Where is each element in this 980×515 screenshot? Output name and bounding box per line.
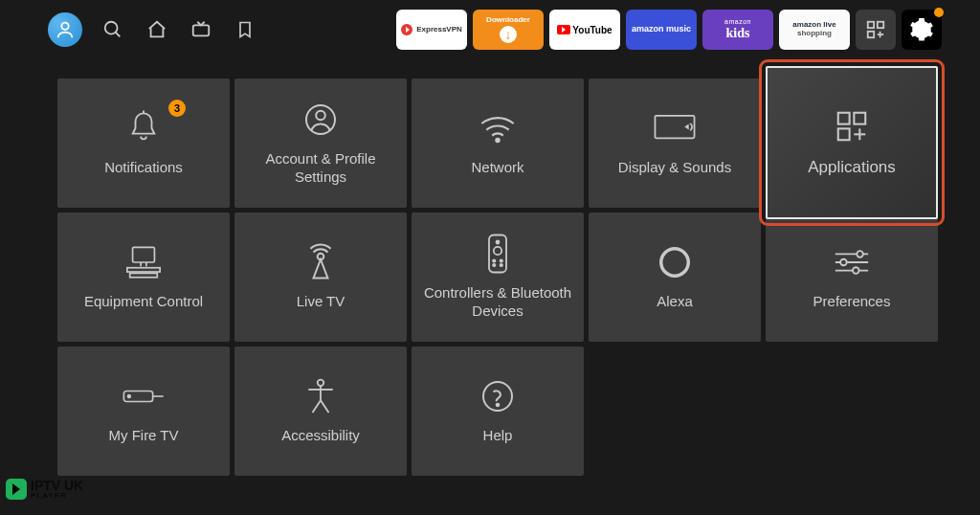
svg-rect-14 — [838, 113, 850, 124]
tile-alexa[interactable]: Alexa — [589, 213, 761, 342]
svg-point-36 — [840, 259, 847, 266]
tile-label: Account & Profile Settings — [242, 150, 399, 187]
app-shortcut-amazon-kids[interactable]: amazonkids — [702, 10, 773, 50]
tile-equipment-control[interactable]: Equipment Control — [57, 213, 230, 342]
svg-point-27 — [494, 247, 501, 255]
tile-label: Notifications — [104, 159, 183, 177]
watermark-logo: IPTV UK PLAYER — [6, 479, 83, 500]
svg-rect-16 — [838, 129, 850, 141]
svg-point-30 — [493, 264, 495, 266]
svg-line-2 — [116, 33, 121, 37]
display-icon — [654, 109, 696, 147]
svg-point-31 — [501, 264, 502, 266]
settings-button[interactable] — [902, 10, 942, 50]
svg-rect-3 — [193, 25, 210, 35]
person-icon — [303, 101, 338, 139]
tile-applications[interactable]: Applications — [766, 66, 938, 219]
accessibility-icon — [304, 377, 337, 415]
svg-rect-19 — [133, 247, 155, 262]
settings-grid: 3 Notifications Account & Profile Settin… — [0, 59, 980, 476]
tile-label: My Fire TV — [108, 427, 178, 445]
svg-point-29 — [501, 259, 502, 261]
search-icon[interactable] — [100, 16, 126, 43]
tile-label: Preferences — [813, 293, 891, 311]
profile-avatar[interactable] — [48, 12, 82, 47]
svg-point-38 — [853, 267, 859, 274]
svg-point-12 — [496, 139, 499, 142]
apps-icon — [834, 107, 870, 146]
svg-point-32 — [661, 249, 689, 277]
bell-icon — [127, 109, 160, 147]
download-arrow-icon: ↓ — [500, 26, 517, 43]
tile-label: Help — [483, 427, 513, 445]
help-icon — [480, 377, 515, 415]
bookmark-icon[interactable] — [232, 16, 258, 43]
tile-network[interactable]: Network — [412, 78, 584, 208]
tile-preferences[interactable]: Preferences — [766, 213, 938, 342]
wifi-icon — [479, 109, 517, 147]
svg-rect-4 — [868, 22, 874, 28]
app-shortcut-youtube[interactable]: YouTube — [549, 10, 620, 50]
tile-label: Live TV — [297, 293, 345, 311]
svg-point-48 — [497, 404, 500, 407]
svg-point-11 — [316, 110, 325, 120]
home-icon[interactable] — [144, 16, 170, 43]
svg-point-0 — [61, 23, 68, 30]
svg-point-1 — [105, 22, 118, 34]
sliders-icon — [833, 243, 871, 281]
apps-grid-button[interactable] — [856, 10, 896, 50]
tile-live-tv[interactable]: Live TV — [234, 213, 407, 342]
equipment-icon — [124, 243, 163, 281]
firetv-device-icon — [122, 377, 165, 415]
tile-label: Alexa — [657, 293, 693, 311]
svg-rect-22 — [127, 268, 160, 272]
tile-label: Equipment Control — [84, 293, 203, 311]
svg-rect-23 — [130, 274, 158, 278]
play-icon — [6, 479, 27, 500]
alexa-ring-icon — [657, 243, 693, 281]
settings-notification-dot — [934, 8, 944, 17]
svg-rect-5 — [878, 22, 883, 28]
svg-point-26 — [497, 240, 500, 243]
tile-label: Display & Sounds — [618, 159, 731, 177]
svg-point-42 — [318, 380, 324, 387]
tile-controllers-bluetooth[interactable]: Controllers & Bluetooth Devices — [412, 213, 584, 342]
youtube-icon — [557, 25, 570, 34]
antenna-icon — [303, 243, 338, 281]
tile-notifications[interactable]: 3 Notifications — [57, 78, 230, 208]
tile-my-fire-tv[interactable]: My Fire TV — [57, 347, 230, 476]
tile-label: Controllers & Bluetooth Devices — [419, 284, 576, 321]
tile-help[interactable]: Help — [412, 347, 584, 476]
app-shortcut-amazon-live[interactable]: amazon live shopping — [779, 10, 850, 50]
app-shortcut-expressvpn[interactable]: ExpressVPN — [396, 10, 467, 50]
app-shortcut-amazon-music[interactable]: amazon music — [626, 10, 697, 50]
svg-point-34 — [857, 251, 863, 258]
tile-label: Applications — [808, 157, 896, 177]
top-navigation: ExpressVPN Downloader ↓ YouTube amazon m… — [0, 0, 980, 59]
tile-label: Accessibility — [281, 427, 360, 445]
remote-icon — [487, 235, 508, 273]
tile-accessibility[interactable]: Accessibility — [234, 347, 407, 476]
tile-account-profile[interactable]: Account & Profile Settings — [234, 78, 407, 208]
svg-rect-6 — [868, 32, 874, 37]
tv-icon[interactable] — [188, 16, 214, 43]
app-shortcuts-row: ExpressVPN Downloader ↓ YouTube amazon m… — [396, 10, 942, 50]
notifications-badge: 3 — [168, 100, 186, 117]
svg-point-40 — [128, 395, 131, 398]
expressvpn-icon — [401, 24, 412, 35]
svg-point-28 — [493, 259, 495, 261]
svg-rect-15 — [854, 113, 865, 124]
app-shortcut-downloader[interactable]: Downloader ↓ — [473, 10, 544, 50]
svg-line-46 — [321, 400, 329, 413]
svg-line-45 — [313, 400, 322, 413]
tile-display-sounds[interactable]: Display & Sounds — [589, 78, 761, 208]
tile-label: Network — [471, 159, 523, 177]
